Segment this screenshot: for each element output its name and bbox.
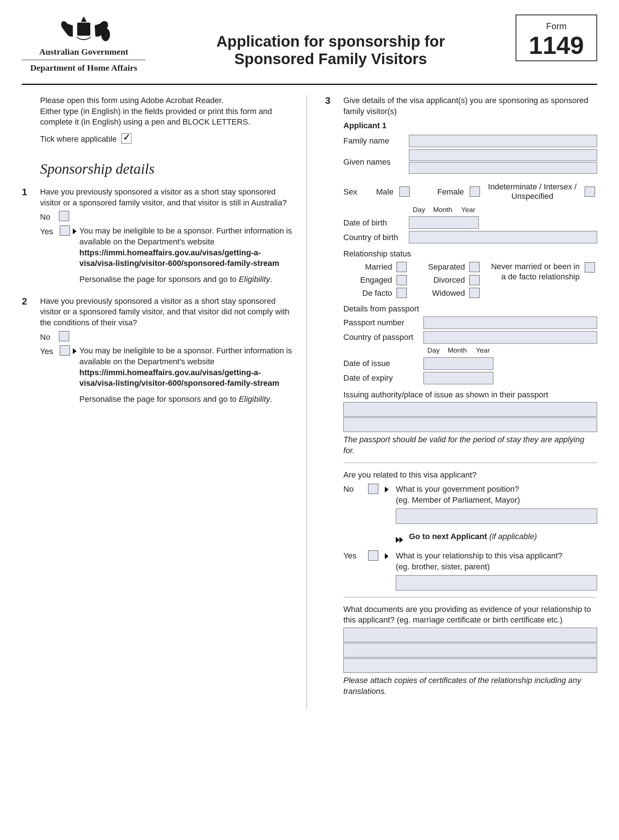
applicant-1-heading: Applicant 1: [343, 120, 597, 131]
given-names-label: Given names: [343, 157, 409, 168]
doi-input[interactable]: [423, 357, 493, 370]
gov-position-eg: (eg. Member of Parliament, Mayor): [396, 495, 597, 506]
cob-input[interactable]: [409, 231, 597, 243]
header: Australian Government Department of Home…: [22, 15, 597, 73]
q1-personalise-b: Eligibility: [239, 275, 270, 284]
related-no-checkbox[interactable]: [368, 484, 378, 494]
header-rule: [22, 84, 597, 85]
svg-rect-0: [77, 22, 90, 36]
related-yes-checkbox[interactable]: [368, 550, 378, 561]
dob-input[interactable]: [409, 216, 479, 229]
day-label: Day: [409, 205, 429, 214]
q1-personalise-c: .: [270, 275, 272, 284]
gov-name: Australian Government: [22, 47, 146, 57]
month-label-2: Month: [445, 346, 469, 355]
question-3: 3 Give details of the visa applicant(s) …: [325, 95, 597, 702]
doe-label: Date of expiry: [343, 373, 423, 383]
given-names-input-2[interactable]: [409, 162, 597, 174]
related-no-label: No: [343, 484, 362, 495]
cop-input[interactable]: [423, 331, 597, 343]
q2-no-checkbox[interactable]: [59, 331, 69, 341]
title-line1: Application for sponsorship for: [146, 33, 516, 50]
q2-yes-detail: You may be ineligible to be a sponsor. F…: [79, 346, 292, 366]
q1-no-label: No: [40, 213, 50, 222]
passport-heading: Details from passport: [343, 304, 597, 314]
go-next-label: Go to next Applicant: [409, 532, 489, 541]
gov-position-q: What is your government position?: [396, 484, 597, 495]
svg-point-1: [101, 28, 110, 41]
year-label: Year: [457, 205, 480, 214]
dob-label: Date of birth: [343, 217, 409, 228]
intersex-label: Indeterminate / Intersex / Unspecified: [486, 182, 579, 201]
cop-label: Country of passport: [343, 332, 423, 343]
intro-2: Either type (in English) in the fields p…: [40, 106, 294, 127]
q1-no-checkbox[interactable]: [59, 211, 69, 221]
q2-number: 2: [22, 296, 40, 405]
never-married-checkbox[interactable]: [585, 262, 595, 273]
title: Application for sponsorship for Sponsore…: [146, 15, 516, 68]
q2-yes-label: Yes: [40, 347, 53, 356]
form-label: Form: [520, 21, 593, 31]
tick-example-icon: [121, 133, 132, 144]
q1-text: Have you previously sponsored a visitor …: [40, 187, 294, 208]
doe-input[interactable]: [423, 372, 493, 384]
engaged-checkbox[interactable]: [396, 275, 407, 285]
relationship-input[interactable]: [396, 575, 597, 590]
form-number-box: Form 1149: [516, 15, 597, 61]
cob-label: Country of birth: [343, 232, 409, 243]
q1-yes-label: Yes: [40, 227, 53, 236]
widowed-label: Widowed: [432, 288, 465, 299]
passport-number-input[interactable]: [423, 317, 597, 329]
section-heading: Sponsorship details: [40, 160, 294, 177]
dept-name: Department of Home Affairs: [22, 60, 146, 73]
go-next-if: (if applicable): [489, 532, 537, 541]
docs-input-1[interactable]: [343, 627, 597, 642]
relationship-q: What is your relationship to this visa a…: [396, 550, 597, 561]
passport-note: The passport should be valid for the per…: [343, 434, 597, 456]
divorced-checkbox[interactable]: [469, 275, 480, 285]
family-name-label: Family name: [343, 136, 409, 147]
related-yes-label: Yes: [343, 550, 362, 561]
q3-text: Give details of the visa applicant(s) yo…: [343, 95, 597, 117]
female-label: Female: [437, 187, 464, 198]
relationship-eg: (eg. brother, sister, parent): [396, 561, 597, 572]
married-label: Married: [365, 262, 392, 273]
divorced-label: Divorced: [433, 275, 465, 286]
female-checkbox[interactable]: [470, 187, 480, 197]
arrow-icon: [385, 553, 389, 559]
separated-label: Separated: [428, 262, 465, 273]
docs-input-2[interactable]: [343, 643, 597, 657]
never-married-label: Never married or been in a de facto rela…: [489, 262, 580, 281]
intersex-checkbox[interactable]: [585, 187, 595, 197]
q3-number: 3: [325, 95, 343, 702]
docs-note: Please attach copies of certificates of …: [343, 675, 597, 696]
q2-yes-checkbox[interactable]: [60, 345, 70, 355]
docs-question: What documents are you providing as evid…: [343, 604, 597, 626]
q1-yes-checkbox[interactable]: [60, 226, 70, 236]
q1-number: 1: [22, 187, 40, 285]
defacto-label: De facto: [362, 288, 392, 299]
male-label: Male: [376, 187, 393, 198]
month-label: Month: [431, 205, 455, 214]
left-column: Please open this form using Adobe Acroba…: [22, 95, 307, 709]
male-checkbox[interactable]: [399, 187, 410, 197]
docs-input-3[interactable]: [343, 658, 597, 673]
widowed-checkbox[interactable]: [469, 288, 480, 298]
sex-label: Sex: [343, 187, 372, 198]
separated-checkbox[interactable]: [469, 262, 480, 272]
q2-no-label: No: [40, 332, 50, 342]
given-names-input-1[interactable]: [409, 149, 597, 161]
crest-icon: [47, 15, 120, 45]
q1-personalise-a: Personalise the page for sponsors and go…: [79, 275, 239, 284]
arrow-icon: [73, 348, 76, 354]
defacto-checkbox[interactable]: [396, 288, 407, 298]
q1-yes-detail: You may be ineligible to be a sponsor. F…: [79, 226, 292, 246]
gov-position-input[interactable]: [396, 509, 597, 524]
family-name-input[interactable]: [409, 135, 597, 147]
engaged-label: Engaged: [360, 275, 392, 286]
issuing-auth-input-1[interactable]: [343, 402, 597, 417]
issuing-auth-input-2[interactable]: [343, 418, 597, 432]
married-checkbox[interactable]: [396, 262, 407, 272]
form-number: 1149: [520, 33, 593, 58]
right-column: 3 Give details of the visa applicant(s) …: [325, 95, 597, 709]
